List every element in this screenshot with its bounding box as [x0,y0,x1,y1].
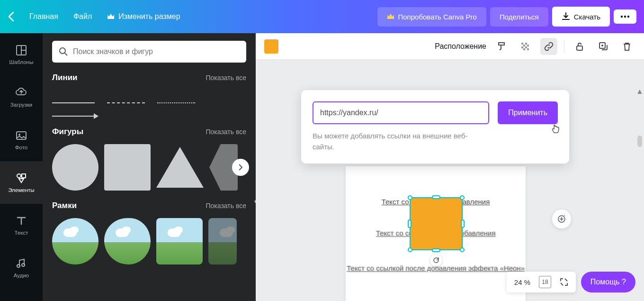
resize-handle-r[interactable] [461,219,465,228]
back-icon[interactable] [8,11,14,22]
apply-link-button[interactable]: Применить [498,101,558,124]
svg-point-7 [18,134,20,136]
search-input[interactable] [73,47,240,56]
svg-rect-17 [527,45,529,46]
resize-handle-l[interactable] [408,219,411,228]
scroll-up-icon[interactable]: ▲ [636,88,643,95]
uploads-icon [15,87,27,99]
rail-uploads[interactable]: Загрузки [0,76,43,119]
shapes-section-head: Фигуры Показать все [52,127,246,137]
canvas-toolbar: Расположение [256,33,644,60]
resize-handle-br[interactable] [460,247,465,252]
audio-icon [15,257,27,270]
resize-menu[interactable]: Изменить размер [107,12,180,21]
resize-handle-bl[interactable] [408,247,412,252]
svg-point-1 [624,16,626,18]
rail-audio-label: Аудио [14,273,29,278]
photos-icon [15,129,27,142]
svg-rect-14 [521,43,523,45]
svg-point-2 [627,16,629,18]
canvas-viewport[interactable]: Применить Вы можете добавлять ссылки на … [256,60,644,301]
fullscreen-icon[interactable] [560,278,568,286]
share-button[interactable]: Поделиться [490,7,548,27]
svg-rect-18 [521,46,523,48]
canvas-page[interactable]: Текст со ссылкой до добавления Текст со … [346,166,526,301]
svg-point-11 [22,264,25,266]
svg-rect-20 [523,48,525,50]
line-arrow[interactable] [52,116,95,117]
delete-icon[interactable] [618,38,635,55]
resize-label: Изменить размер [118,12,180,21]
svg-rect-15 [525,43,527,45]
frames-title: Рамки [52,201,77,210]
crown-icon [107,13,115,20]
rotate-handle[interactable] [430,254,442,266]
shape-circle[interactable] [52,144,98,191]
link-url-input[interactable] [313,101,489,124]
rail-text[interactable]: Текст [0,204,43,246]
svg-point-0 [621,16,623,18]
vertical-scrollbar[interactable]: ▲ [636,88,643,295]
position-button[interactable]: Расположение [435,42,486,51]
frame-partial[interactable] [208,218,237,265]
file-menu[interactable]: Файл [73,12,92,21]
shape-square[interactable] [104,144,151,191]
canvas-area: Расположение [256,33,644,301]
try-pro-button[interactable]: Попробовать Canva Pro [377,7,486,27]
shapes-next[interactable] [232,159,249,176]
duplicate-icon[interactable] [595,38,612,55]
elements-icon [15,172,27,184]
style-icon[interactable] [493,38,510,55]
zoom-level[interactable]: 24 % [514,278,530,286]
lock-icon[interactable] [571,38,588,55]
frame-square[interactable] [156,218,203,265]
rail-uploads-label: Загрузки [10,102,32,108]
resize-handle-b[interactable] [432,248,440,252]
lines-row [52,102,246,117]
elements-panel: Линии Показать все Фигуры Показать все Р… [43,33,256,301]
line-dotted[interactable] [157,102,195,103]
download-button[interactable]: Скачать [552,7,610,27]
add-page-button[interactable] [552,210,571,228]
templates-icon [15,44,27,56]
panel-collapse[interactable] [250,173,256,230]
resize-handle-tl[interactable] [408,195,412,200]
rail-templates-label: Шаблоны [9,59,34,65]
svg-point-12 [60,48,65,54]
svg-rect-21 [527,48,529,50]
shapes-title: Фигуры [52,127,83,137]
help-button[interactable]: Помощь ? [581,272,635,292]
frame-blob[interactable] [104,218,151,265]
line-dashed[interactable] [107,102,145,103]
dots-icon [620,15,630,18]
fill-color-swatch[interactable] [264,39,278,54]
shape-triangle[interactable] [156,147,204,188]
rail-templates[interactable]: Шаблоны [0,33,43,76]
lines-section-head: Линии Показать все [52,73,246,82]
transparency-icon[interactable] [517,38,534,55]
cursor-icon [551,124,560,134]
resize-handle-t[interactable] [432,195,440,199]
selected-shape[interactable] [410,197,463,250]
frame-circle[interactable] [52,218,98,265]
link-hint: Вы можете добавлять ссылки на внешние ве… [313,131,474,152]
frames-show-all[interactable]: Показать все [206,202,246,210]
icon-rail: Шаблоны Загрузки Фото Элементы Текст Ауд… [0,33,43,301]
rail-audio[interactable]: Аудио [0,246,43,289]
download-icon [562,12,570,21]
home-menu[interactable]: Главная [29,12,58,21]
resize-handle-tr[interactable] [460,195,465,200]
shapes-show-all[interactable]: Показать все [206,128,246,136]
svg-point-10 [17,265,20,267]
scroll-thumb[interactable] [637,136,642,147]
more-button[interactable] [614,9,636,24]
page-indicator[interactable]: 18 [539,276,551,288]
svg-rect-9 [22,174,26,178]
rail-photos[interactable]: Фото [0,119,43,161]
link-icon[interactable] [540,38,557,55]
svg-rect-16 [523,45,525,46]
search-box[interactable] [52,41,246,63]
rail-elements[interactable]: Элементы [0,161,43,204]
lines-show-all[interactable]: Показать все [206,74,246,82]
line-solid[interactable] [52,102,95,103]
